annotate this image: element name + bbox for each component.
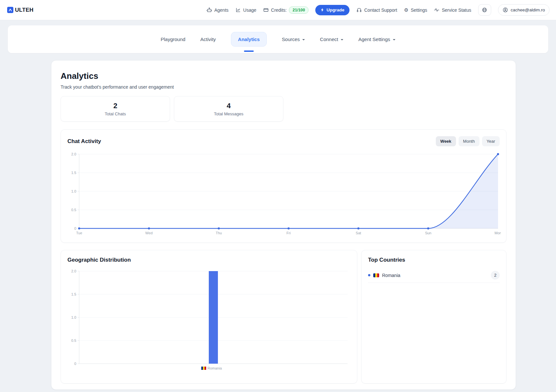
range-selector: Week Month Year	[436, 136, 500, 146]
tab-agent-settings-label: Agent Settings	[358, 36, 390, 42]
nav-settings-label: Settings	[411, 7, 427, 13]
geo-title: Geographic Distribution	[67, 257, 350, 263]
gear-icon: ⚙	[404, 7, 408, 12]
country-row-romania: Romania 2	[368, 268, 500, 283]
svg-text:Wed: Wed	[145, 231, 152, 235]
chevron-down-icon	[393, 39, 395, 40]
nav-usage-label: Usage	[243, 7, 256, 13]
total-chats-value: 2	[113, 102, 117, 110]
lower-charts-row: Geographic Distribution 00.51.01.52.0Rom…	[61, 250, 506, 384]
tab-analytics[interactable]: Analytics	[231, 32, 267, 47]
chat-activity-title: Chat Activity	[67, 138, 101, 145]
globe-icon	[482, 7, 487, 13]
nav-service-status[interactable]: Service Status	[434, 7, 471, 13]
robot-icon	[207, 7, 212, 13]
total-messages-value: 4	[227, 102, 231, 110]
user-avatar-icon	[503, 7, 508, 13]
svg-text:1.5: 1.5	[71, 171, 76, 175]
total-chats-label: Total Chats	[105, 111, 126, 116]
geographic-distribution-panel: Geographic Distribution 00.51.01.52.0Rom…	[61, 250, 357, 384]
nav-agents-label: Agents	[214, 7, 229, 13]
brand[interactable]: ULTEH	[7, 7, 34, 13]
nav-contact-support[interactable]: Contact Support	[356, 7, 397, 13]
range-month-button[interactable]: Month	[459, 136, 479, 146]
page-subtitle: Track your chatbot's performance and use…	[61, 84, 506, 90]
nav-settings[interactable]: ⚙ Settings	[404, 7, 427, 13]
range-year-button[interactable]: Year	[482, 136, 500, 146]
svg-text:0: 0	[74, 362, 76, 366]
nav-usage[interactable]: Usage	[235, 7, 256, 13]
brand-logo-icon	[7, 7, 13, 13]
stat-card-total-messages: 4 Total Messages	[174, 96, 283, 122]
upgrade-label: Upgrade	[326, 7, 344, 12]
svg-text:1.0: 1.0	[71, 315, 76, 319]
range-week-button[interactable]: Week	[436, 136, 456, 146]
bullet-dot-icon	[368, 274, 370, 276]
svg-text:Romania: Romania	[207, 366, 222, 370]
line-chart-icon	[235, 7, 241, 13]
top-countries-title: Top Countries	[368, 257, 500, 263]
app-header: ULTEH Agents Usage Credits: 21/100 Up	[0, 0, 556, 20]
credits-value-badge: 21/100	[289, 7, 308, 14]
svg-text:0: 0	[74, 226, 76, 230]
romania-flag-icon	[373, 273, 379, 277]
svg-text:2.0: 2.0	[71, 152, 76, 156]
geo-chart: 00.51.01.52.0Romania	[67, 268, 350, 375]
chat-activity-header: Chat Activity Week Month Year	[67, 136, 500, 146]
nav-agents[interactable]: Agents	[207, 7, 229, 13]
svg-text:0.5: 0.5	[71, 339, 76, 342]
chat-activity-panel: Chat Activity Week Month Year 00.51.01.5…	[61, 129, 506, 243]
svg-text:0.5: 0.5	[71, 208, 76, 212]
stats-row: 2 Total Chats 4 Total Messages	[61, 96, 506, 122]
svg-text:Sat: Sat	[356, 231, 361, 235]
svg-text:1.5: 1.5	[71, 292, 76, 296]
language-globe-button[interactable]	[478, 4, 491, 16]
chevron-down-icon	[302, 39, 305, 40]
user-account-button[interactable]: cachee@aldim.ro	[498, 4, 549, 16]
tab-activity-label: Activity	[200, 36, 216, 42]
active-tab-underline	[244, 51, 254, 52]
chevron-down-icon	[341, 39, 343, 40]
page-title: Analytics	[61, 71, 506, 81]
tab-sources-label: Sources	[282, 36, 300, 42]
lightning-bolt-icon	[321, 8, 324, 12]
headset-icon	[356, 7, 362, 13]
user-email: cachee@aldim.ro	[511, 7, 545, 12]
country-count-badge: 2	[491, 271, 500, 280]
credits-label: Credits:	[271, 7, 287, 13]
analytics-page-card: Analytics Track your chatbot's performan…	[51, 60, 516, 390]
stat-card-total-chats: 2 Total Chats	[61, 96, 170, 122]
svg-text:Mon: Mon	[494, 231, 501, 235]
svg-text:Thu: Thu	[216, 231, 222, 235]
nav-contact-support-label: Contact Support	[364, 7, 397, 13]
tab-agent-settings[interactable]: Agent Settings	[358, 36, 395, 42]
top-countries-panel: Top Countries Romania 2	[361, 250, 506, 384]
svg-text:Sun: Sun	[425, 231, 432, 235]
tab-activity[interactable]: Activity	[200, 36, 216, 42]
credit-card-icon	[263, 7, 269, 13]
agent-tab-bar: Playground Activity Analytics Sources Co…	[8, 25, 548, 53]
tab-connect-label: Connect	[320, 36, 338, 42]
country-name: Romania	[382, 273, 488, 278]
tab-sources[interactable]: Sources	[282, 36, 305, 42]
tab-analytics-label: Analytics	[238, 36, 260, 42]
svg-text:2.0: 2.0	[71, 269, 76, 273]
upgrade-button[interactable]: Upgrade	[315, 5, 349, 15]
header-nav: Agents Usage Credits: 21/100 Upgrade C	[207, 4, 549, 16]
total-messages-label: Total Messages	[214, 111, 243, 116]
chat-activity-chart: 00.51.01.52.0TueWedThuFriSatSunMon	[67, 151, 500, 238]
nav-service-status-label: Service Status	[442, 7, 471, 13]
brand-name: ULTEH	[15, 7, 34, 13]
svg-text:Tue: Tue	[76, 231, 82, 235]
tab-playground-label: Playground	[161, 36, 185, 42]
credits-indicator: Credits: 21/100	[263, 7, 308, 14]
pulse-icon	[434, 7, 439, 13]
tab-connect[interactable]: Connect	[320, 36, 343, 42]
tab-playground[interactable]: Playground	[161, 36, 185, 42]
svg-text:1.0: 1.0	[71, 189, 76, 193]
svg-text:Fri: Fri	[287, 231, 291, 235]
